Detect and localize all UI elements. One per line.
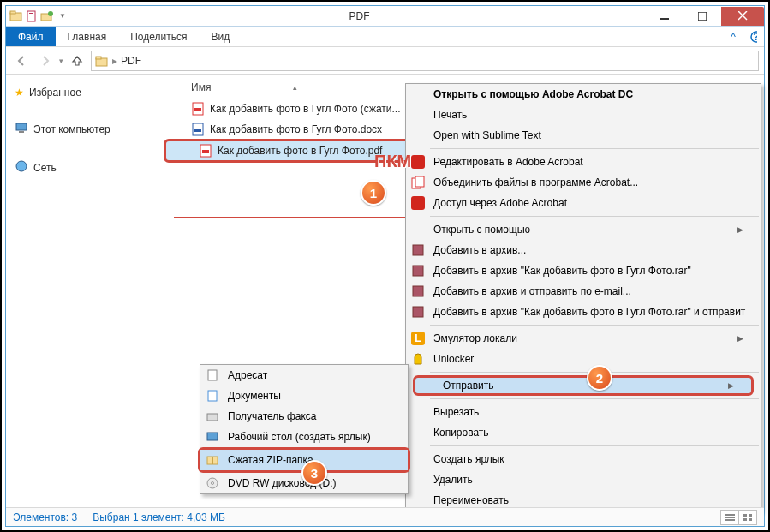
- ctx-unlocker[interactable]: Unlocker: [406, 349, 761, 369]
- sidebar-item-favorites[interactable]: ★ Избранное: [6, 83, 158, 102]
- acrobat-cloud-icon: [409, 194, 427, 212]
- computer-icon: [15, 121, 28, 137]
- sidebar-item-label: Этот компьютер: [33, 123, 110, 135]
- ctx-combine-files[interactable]: Объединить файлы в программе Acrobat...: [406, 172, 761, 193]
- properties-icon[interactable]: [25, 9, 39, 23]
- svg-rect-47: [743, 518, 747, 521]
- svg-text:L: L: [415, 332, 421, 344]
- svg-rect-2: [27, 11, 35, 21]
- view-details-button[interactable]: [720, 510, 739, 525]
- ctx-print[interactable]: Печать: [406, 105, 761, 125]
- sendto-bluetooth[interactable]: Адресат: [200, 365, 408, 386]
- pdf-icon: [199, 144, 212, 158]
- svg-rect-42: [725, 514, 735, 516]
- explorer-window: ▼ PDF Файл Главная Поделиться Вид ^ ? ▾ …: [5, 5, 765, 527]
- sendto-documents[interactable]: Документы: [200, 386, 408, 406]
- svg-rect-14: [96, 57, 101, 59]
- ctx-send-to[interactable]: Отправить: [413, 375, 754, 396]
- tab-file[interactable]: Файл: [6, 27, 56, 46]
- dvd-icon: [204, 475, 221, 492]
- bluetooth-icon: [204, 367, 221, 384]
- svg-rect-8: [698, 12, 707, 21]
- sort-indicator-icon: ▴: [293, 83, 297, 92]
- ctx-copy[interactable]: Копировать: [406, 422, 761, 443]
- annotation-badge-2: 2: [587, 365, 612, 391]
- ctx-cut[interactable]: Вырезать: [406, 402, 761, 422]
- svg-rect-36: [207, 414, 218, 421]
- ctx-delete[interactable]: Удалить: [406, 469, 761, 490]
- winrar-icon: [409, 303, 427, 320]
- ctx-locale-emulator[interactable]: LЭмулятор локали: [406, 328, 761, 349]
- ctx-edit-acrobat[interactable]: Редактировать в Adobe Acrobat: [406, 152, 761, 172]
- maximize-button[interactable]: [683, 7, 721, 26]
- ctx-open-sublime[interactable]: Open with Sublime Text: [406, 125, 761, 146]
- acrobat-combine-icon: [409, 174, 427, 191]
- svg-rect-7: [660, 18, 669, 20]
- breadcrumb[interactable]: ▸ PDF: [91, 51, 759, 71]
- forward-button[interactable]: [35, 51, 56, 71]
- svg-rect-24: [411, 155, 425, 169]
- pdf-icon: [191, 102, 205, 116]
- unlocker-icon: [409, 350, 427, 368]
- back-button[interactable]: [11, 51, 32, 71]
- svg-rect-27: [411, 196, 425, 210]
- svg-point-17: [16, 161, 27, 171]
- svg-rect-19: [194, 108, 201, 111]
- history-dropdown-icon[interactable]: ▾: [59, 57, 63, 65]
- svg-rect-43: [725, 517, 735, 518]
- ctx-open-acrobat-dc[interactable]: Открыть с помощью Adobe Acrobat DC: [406, 84, 761, 105]
- svg-rect-34: [208, 370, 217, 380]
- svg-rect-35: [208, 391, 217, 401]
- svg-rect-3: [29, 13, 33, 14]
- sendto-desktop[interactable]: Рабочий стол (создать ярлык): [200, 427, 408, 447]
- annotation-badge-3: 3: [301, 460, 327, 486]
- qat-icons: ▼: [6, 8, 73, 25]
- sendto-fax[interactable]: Получатель факса: [200, 406, 408, 427]
- ctx-open-with[interactable]: Открыть с помощью: [406, 219, 761, 240]
- folder-icon: [95, 54, 109, 68]
- view-icons-button[interactable]: [738, 510, 757, 525]
- svg-rect-16: [19, 131, 24, 133]
- svg-rect-1: [10, 11, 15, 14]
- ctx-archive-email[interactable]: Добавить в архив и отправить по e-mail..…: [406, 281, 761, 302]
- folder-icon: [9, 9, 23, 23]
- svg-point-41: [212, 482, 214, 485]
- sidebar-item-network[interactable]: Сеть: [6, 156, 158, 179]
- tab-share[interactable]: Поделиться: [118, 27, 199, 46]
- sidebar-item-label: Избранное: [29, 87, 81, 99]
- qat-dropdown-icon[interactable]: ▼: [56, 9, 69, 23]
- newfolder-icon[interactable]: [40, 9, 54, 23]
- tab-view[interactable]: Вид: [199, 27, 242, 46]
- ctx-archive-rar-email[interactable]: Добавить в архив "Как добавить фото в Гу…: [406, 302, 761, 322]
- svg-text:?: ?: [753, 31, 757, 43]
- context-menu: Открыть с помощью Adobe Acrobat DC Печат…: [405, 83, 761, 511]
- file-name: Как добавить фото в Гугл Фото.docx: [210, 123, 382, 135]
- svg-rect-31: [413, 307, 423, 317]
- up-button[interactable]: [67, 51, 87, 71]
- sidebar-item-computer[interactable]: Этот компьютер: [6, 117, 158, 140]
- annotation-pkm: ПКМ: [374, 152, 411, 171]
- sidebar-item-label: Сеть: [33, 162, 57, 174]
- ctx-create-shortcut[interactable]: Создать ярлык: [406, 449, 761, 469]
- svg-rect-26: [415, 176, 424, 187]
- ribbon-toggle-icon[interactable]: ^: [723, 27, 743, 46]
- tab-home[interactable]: Главная: [56, 27, 119, 46]
- network-icon: [15, 159, 28, 176]
- ctx-add-archive[interactable]: Добавить в архив...: [406, 240, 761, 260]
- desktop-icon: [204, 428, 221, 445]
- svg-line-10: [738, 11, 747, 20]
- annotation-badge-1: 1: [361, 180, 386, 206]
- window-title: PDF: [73, 10, 646, 22]
- documents-icon: [204, 387, 221, 404]
- svg-rect-44: [725, 519, 735, 521]
- star-icon: ★: [15, 87, 24, 99]
- close-button[interactable]: [721, 7, 764, 26]
- svg-rect-21: [194, 129, 201, 132]
- svg-rect-37: [207, 433, 218, 440]
- ribbon-tabs: Файл Главная Поделиться Вид ^ ?: [6, 27, 764, 47]
- minimize-button[interactable]: [646, 7, 683, 26]
- ctx-add-archive-rar[interactable]: Добавить в архив "Как добавить фото в Гу…: [406, 260, 761, 281]
- help-icon[interactable]: ?: [743, 27, 764, 46]
- ctx-access-acrobat[interactable]: Доступ через Adobe Acrobat: [406, 193, 761, 213]
- navigation-pane: ★ Избранное Этот компьютер Сеть: [6, 76, 158, 507]
